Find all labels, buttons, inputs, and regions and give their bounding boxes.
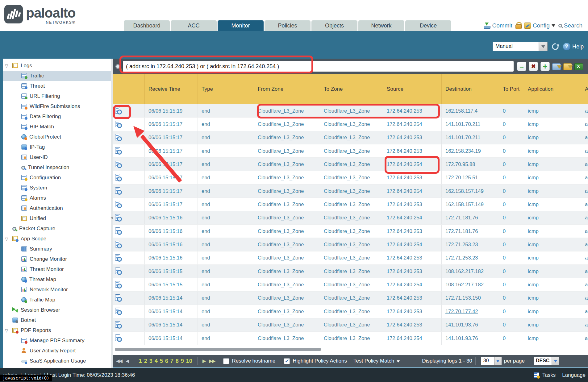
test-policy-match-dropdown[interactable]: Test Policy Match [353, 358, 400, 364]
sidebar-item[interactable]: Packet Capture [0, 223, 111, 234]
first-page-button[interactable]: ◀◀ [116, 358, 122, 364]
per-page-select[interactable]: 30 [481, 357, 502, 365]
destination-link[interactable]: 172.70.177.42 [445, 309, 478, 314]
sidebar-item[interactable]: Threat [0, 81, 111, 91]
sidebar-item[interactable]: Alarms [0, 193, 111, 203]
destination-cell[interactable]: 172.71.253.23 [441, 238, 499, 251]
page-number-link[interactable]: 7 [170, 358, 173, 364]
table-row[interactable]: 06/06 15:15:14 end Cloudflare_L3_Zone Cl… [113, 318, 588, 332]
sidebar-item[interactable]: ▽ Logs [0, 60, 111, 71]
refresh-mode-dropdown-button[interactable] [539, 42, 548, 51]
destination-cell[interactable]: 141.101.70.211 [441, 131, 499, 144]
expand-triangle-icon[interactable]: ▽ [5, 328, 12, 333]
export-csv-icon[interactable] [574, 63, 583, 70]
nav-tab[interactable]: Device [405, 20, 451, 31]
column-header[interactable] [129, 74, 144, 104]
log-detail-magnifier-icon[interactable] [115, 147, 122, 155]
search-button[interactable]: Search [558, 22, 582, 29]
log-detail-magnifier-icon[interactable] [115, 201, 122, 208]
highlight-policy-actions-checkbox[interactable]: ✔ [284, 358, 290, 364]
log-detail-magnifier-icon[interactable] [115, 254, 122, 262]
refresh-icon[interactable] [551, 43, 559, 51]
page-number-link[interactable]: 4 [155, 358, 158, 364]
table-row[interactable]: 06/06 15:15:16 end Cloudflare_L3_Zone Cl… [113, 251, 588, 265]
column-header[interactable]: To Zone [320, 74, 383, 104]
destination-link[interactable]: 172.71.153.150 [445, 295, 481, 301]
last-page-button[interactable]: ▶▶ [209, 358, 215, 364]
destination-link[interactable]: 172.71.181.76 [445, 228, 478, 234]
next-page-button[interactable]: ▶ [202, 358, 206, 364]
nav-tab[interactable]: ACC [171, 20, 217, 31]
log-detail-magnifier-icon[interactable] [115, 121, 122, 128]
log-detail-magnifier-icon[interactable] [115, 214, 122, 222]
sidebar-item[interactable]: Authentication [0, 203, 111, 213]
destination-cell[interactable]: 172.70.125.51 [441, 171, 499, 184]
destination-link[interactable]: 172.71.253.23 [445, 255, 478, 261]
sidebar-item[interactable]: Botnet [0, 315, 111, 325]
log-detail-magnifier-icon[interactable] [115, 107, 122, 114]
expand-triangle-icon[interactable]: ▽ [5, 63, 12, 68]
table-row[interactable]: 06/06 15:15:16 end Cloudflare_L3_Zone Cl… [113, 238, 588, 251]
log-filter-input[interactable] [123, 61, 514, 72]
log-detail-magnifier-icon[interactable] [115, 294, 122, 302]
destination-cell[interactable]: 172.71.153.150 [441, 292, 499, 305]
sidebar-item[interactable]: Change Monitor [0, 254, 111, 264]
table-row[interactable]: 06/06 15:15:17 end Cloudflare_L3_Zone Cl… [113, 131, 588, 144]
destination-link[interactable]: 172.70.95.88 [445, 161, 475, 167]
nav-tab[interactable]: Monitor [218, 20, 264, 31]
sidebar-item[interactable]: SaaS Application Usage [0, 356, 111, 366]
table-row[interactable]: 06/06 15:15:17 end Cloudflare_L3_Zone Cl… [113, 118, 588, 131]
destination-cell[interactable]: 172.71.253.23 [441, 251, 499, 264]
destination-link[interactable]: 141.101.70.211 [445, 135, 480, 140]
log-detail-magnifier-icon[interactable] [115, 174, 122, 181]
page-number-link[interactable]: 2 [144, 358, 147, 364]
nav-tab[interactable]: Dashboard [124, 20, 170, 31]
sidebar-item[interactable]: URL Filtering [0, 91, 111, 101]
table-row[interactable]: 06/06 15:15:17 end Cloudflare_L3_Zone Cl… [113, 198, 588, 211]
sidebar-item[interactable]: Unified [0, 213, 111, 223]
page-number-link[interactable]: 5 [160, 358, 163, 364]
table-row[interactable]: 06/06 15:15:19 end Cloudflare_L3_Zone Cl… [113, 104, 588, 118]
resolve-hostname-option[interactable]: Resolve hostname [223, 358, 275, 364]
destination-cell[interactable]: 162.158.234.19 [441, 144, 499, 157]
destination-cell[interactable]: 172.70.95.88 [441, 158, 499, 171]
lock-icon[interactable] [515, 22, 521, 29]
help-button[interactable]: ? Help [563, 43, 584, 50]
destination-link[interactable]: 172.71.253.23 [445, 242, 478, 247]
destination-link[interactable]: 141.101.93.76 [445, 335, 478, 341]
sidebar-item[interactable]: Traffic [0, 71, 111, 81]
destination-link[interactable]: 162.158.157.149 [445, 201, 484, 207]
column-header[interactable]: Application [524, 74, 581, 104]
nav-tab[interactable]: Policies [265, 20, 311, 31]
destination-link[interactable]: 108.162.217.182 [445, 282, 484, 288]
destination-cell[interactable]: 108.162.217.182 [441, 265, 499, 278]
log-detail-magnifier-icon[interactable] [115, 134, 122, 141]
table-row[interactable]: 06/06 15:15:14 end Cloudflare_L3_Zone Cl… [113, 305, 588, 318]
destination-link[interactable]: 172.70.125.51 [445, 175, 478, 181]
resolve-hostname-checkbox[interactable] [223, 358, 229, 364]
page-number-link[interactable]: 8 [176, 358, 179, 364]
sidebar-item[interactable]: Summary [0, 244, 111, 254]
destination-cell[interactable]: 141.101.70.211 [441, 118, 499, 131]
sidebar-item[interactable]: Manage PDF Summary [0, 335, 111, 346]
prev-page-button[interactable]: ◀ [126, 358, 129, 364]
tasks-button[interactable]: Tasks [542, 372, 556, 378]
destination-link[interactable]: 108.162.217.182 [445, 268, 484, 274]
column-header[interactable] [113, 74, 129, 104]
destination-link[interactable]: 162.158.234.19 [445, 148, 481, 154]
table-row[interactable]: 06/06 15:15:17 end Cloudflare_L3_Zone Cl… [113, 171, 588, 185]
destination-cell[interactable]: 162.158.117.4 [441, 104, 499, 117]
log-detail-magnifier-icon[interactable] [115, 161, 122, 168]
sidebar-item[interactable]: Threat Map [0, 274, 111, 284]
log-detail-magnifier-icon[interactable] [115, 281, 122, 289]
table-row[interactable]: 06/06 15:15:14 end Cloudflare_L3_Zone Cl… [113, 292, 588, 305]
log-detail-magnifier-icon[interactable] [115, 334, 122, 342]
table-row[interactable]: 06/06 15:15:16 end Cloudflare_L3_Zone Cl… [113, 211, 588, 225]
sidebar-item[interactable]: ▽ App Scope [0, 234, 111, 244]
table-row[interactable]: 06/06 15:15:17 end Cloudflare_L3_Zone Cl… [113, 158, 588, 171]
sidebar-item[interactable]: System [0, 183, 111, 193]
sort-order-dropdown-button[interactable] [552, 357, 559, 365]
destination-cell[interactable]: 108.162.217.182 [441, 278, 499, 291]
column-header[interactable]: Receive Time [144, 74, 198, 104]
sidebar-item[interactable]: User Activity Report [0, 346, 111, 356]
